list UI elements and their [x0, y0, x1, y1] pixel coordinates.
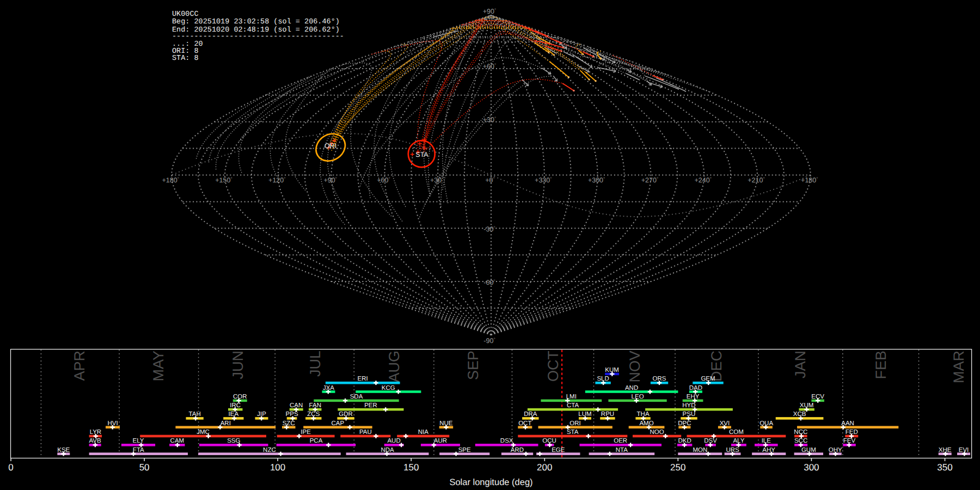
- svg-text:+210°: +210°: [748, 176, 764, 184]
- svg-text:STA: STA: [415, 151, 428, 158]
- svg-text:XHE: XHE: [939, 447, 952, 454]
- svg-text:ALY: ALY: [733, 438, 744, 444]
- svg-text:AMO: AMO: [639, 420, 653, 427]
- svg-text:LUM: LUM: [578, 411, 591, 418]
- svg-text:FEV: FEV: [843, 438, 856, 444]
- svg-text:CAN: CAN: [290, 402, 303, 409]
- svg-text:+120°: +120°: [268, 176, 285, 184]
- svg-text:NCC: NCC: [794, 429, 807, 436]
- svg-text:LYR: LYR: [90, 429, 102, 436]
- svg-text:EHY: EHY: [687, 394, 700, 400]
- svg-text:AUR: AUR: [434, 438, 447, 444]
- svg-text:KSE: KSE: [57, 447, 70, 454]
- svg-text:300: 300: [804, 462, 819, 473]
- svg-text:GDR: GDR: [339, 411, 353, 418]
- svg-text:TAH: TAH: [189, 411, 201, 418]
- svg-text:OCT: OCT: [545, 351, 561, 382]
- svg-text:JXA: JXA: [323, 385, 334, 391]
- svg-text:CTA: CTA: [567, 402, 579, 409]
- svg-text:+270°: +270°: [641, 176, 658, 184]
- svg-text:ELY: ELY: [133, 438, 144, 444]
- svg-text:SEP: SEP: [465, 351, 481, 380]
- svg-text:FTA: FTA: [133, 447, 144, 454]
- svg-text:NDA: NDA: [381, 447, 394, 454]
- svg-text:SLD: SLD: [597, 376, 609, 382]
- svg-text:JIP: JIP: [257, 411, 266, 418]
- svg-text:COR: COR: [233, 394, 247, 400]
- svg-text:DSX: DSX: [500, 438, 513, 444]
- svg-text:+90°: +90°: [323, 176, 336, 184]
- svg-text:DKD: DKD: [678, 438, 691, 444]
- svg-text:RPU: RPU: [601, 411, 614, 418]
- svg-text:+60°: +60°: [377, 176, 390, 184]
- svg-text:MON: MON: [693, 447, 707, 454]
- svg-text:HYD: HYD: [682, 402, 695, 409]
- svg-text:EGE: EGE: [552, 447, 565, 454]
- svg-text:350: 350: [937, 462, 952, 473]
- svg-text:200: 200: [537, 462, 552, 473]
- svg-text:NTA: NTA: [616, 447, 628, 454]
- svg-text:OHY: OHY: [829, 447, 842, 454]
- svg-text:+330°: +330°: [535, 176, 552, 184]
- svg-text:ILE: ILE: [762, 438, 771, 444]
- svg-text:+90°: +90°: [483, 8, 496, 15]
- svg-text:AHY: AHY: [762, 447, 775, 454]
- svg-text:OER: OER: [614, 438, 627, 444]
- svg-text:SDA: SDA: [350, 394, 363, 400]
- svg-text:APR: APR: [71, 351, 88, 381]
- svg-text:AND: AND: [625, 385, 638, 391]
- svg-text:CAM: CAM: [170, 438, 185, 444]
- svg-text:OCT: OCT: [518, 420, 531, 427]
- svg-text:KUM: KUM: [605, 367, 619, 373]
- svg-text:50: 50: [139, 462, 150, 473]
- svg-text:NOV: NOV: [627, 351, 643, 383]
- svg-text:KCG: KCG: [382, 385, 395, 391]
- svg-text:AAN: AAN: [841, 420, 854, 427]
- svg-text:+240°: +240°: [695, 176, 712, 184]
- svg-text:JAN: JAN: [792, 351, 808, 378]
- svg-text:PPS: PPS: [286, 411, 298, 418]
- svg-text:QUA: QUA: [759, 420, 773, 427]
- svg-text:JUN: JUN: [230, 351, 246, 379]
- svg-text:THA: THA: [637, 411, 650, 418]
- svg-text:FAN: FAN: [309, 402, 321, 409]
- svg-text:GUM: GUM: [801, 447, 816, 454]
- svg-text:AVB: AVB: [89, 438, 101, 444]
- svg-text:STA: 8: STA: 8: [172, 54, 199, 63]
- svg-text:ORI: ORI: [569, 420, 580, 427]
- svg-text:XCB: XCB: [793, 411, 806, 418]
- svg-text:------------------------------: ---------------------------------------: [172, 33, 344, 41]
- svg-text:PSU: PSU: [683, 411, 696, 418]
- svg-text:IPE: IPE: [301, 429, 311, 436]
- svg-text:+300°: +300°: [588, 176, 605, 184]
- svg-text:NOO: NOO: [650, 429, 664, 436]
- svg-text:LEO: LEO: [632, 394, 644, 400]
- svg-text:SCC: SCC: [794, 438, 807, 444]
- svg-text:250: 250: [670, 462, 685, 473]
- svg-text:150: 150: [403, 462, 419, 473]
- svg-text:GEM: GEM: [701, 376, 715, 382]
- svg-text:0: 0: [8, 462, 13, 473]
- svg-text:+180°: +180°: [801, 176, 818, 184]
- svg-text:ERI: ERI: [358, 376, 368, 382]
- svg-text:PAU: PAU: [359, 429, 372, 436]
- svg-text:OCU: OCU: [542, 438, 556, 444]
- svg-text:PCA: PCA: [310, 438, 323, 444]
- svg-text:JUL: JUL: [307, 351, 323, 377]
- svg-text:SSG: SSG: [227, 438, 240, 444]
- svg-text:DAD: DAD: [689, 385, 702, 391]
- svg-text:ARI: ARI: [220, 420, 231, 427]
- svg-text:MAY: MAY: [150, 351, 167, 382]
- svg-text:SPE: SPE: [458, 447, 471, 454]
- svg-text:ECV: ECV: [811, 394, 824, 400]
- svg-text:UK00CC: UK00CC: [172, 10, 199, 19]
- svg-text:HVI: HVI: [107, 420, 118, 427]
- svg-text:STA: STA: [567, 429, 579, 436]
- svg-text:Solar longitude (deg): Solar longitude (deg): [449, 477, 532, 487]
- svg-text:+60°: +60°: [483, 63, 496, 70]
- svg-text:JMC: JMC: [197, 429, 210, 436]
- svg-text:PER: PER: [364, 402, 377, 409]
- svg-text:AUG: AUG: [386, 351, 402, 383]
- svg-text:100: 100: [270, 462, 285, 473]
- svg-text:+150°: +150°: [215, 176, 232, 184]
